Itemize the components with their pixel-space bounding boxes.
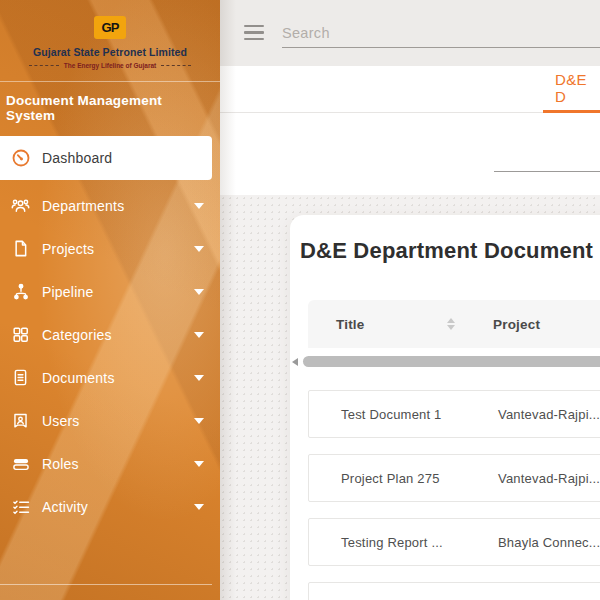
table-row[interactable]: Project Plan 275 Vantevad-Rajpi... (308, 454, 600, 502)
sidebar-item-departments[interactable]: Departments (0, 184, 220, 227)
table-body: Test Document 1 Vantevad-Rajpi... Projec… (308, 390, 600, 600)
cell-title: Testing Report ... (309, 535, 466, 550)
chevron-down-icon (194, 246, 204, 252)
sidebar-divider-bottom (0, 584, 212, 585)
sidebar-item-label: Documents (42, 370, 115, 386)
people-icon (10, 195, 31, 216)
user-badge-icon (10, 410, 31, 431)
app-title: Document Management System (0, 82, 220, 136)
table-filter-input[interactable] (494, 143, 600, 172)
sidebar-item-label: Pipeline (42, 284, 93, 300)
checklist-icon (10, 496, 31, 517)
topbar (220, 0, 600, 66)
column-label: Project (493, 317, 540, 332)
cell-title: Project Plan 275 (309, 471, 466, 486)
tagline-dash-right (161, 65, 191, 66)
sort-icon[interactable] (447, 318, 455, 330)
column-header-project: Project (465, 317, 600, 332)
chevron-down-icon (194, 504, 204, 510)
card-title: D&E Department Document (300, 238, 600, 264)
table-row[interactable]: Testing Report ... Bhayla Connec... (308, 518, 600, 566)
sidebar-nav: Dashboard Departments Projects Pipeline (0, 136, 220, 528)
company-tagline: The Energy Lifeline of Gujarat (64, 62, 156, 69)
chevron-down-icon (194, 332, 204, 338)
pipeline-icon (10, 281, 31, 302)
logo-monogram: GP (102, 20, 119, 35)
chevron-down-icon (194, 461, 204, 467)
document-icon (10, 367, 31, 388)
sidebar-item-label: Dashboard (42, 150, 112, 166)
gauge-icon (10, 148, 31, 169)
horizontal-scrollbar (292, 355, 600, 368)
company-name: Gujarat State Petronet Limited (6, 46, 214, 58)
documents-card: D&E Department Document Title Project Te… (290, 215, 600, 600)
cell-title: Test Document 1 (309, 407, 466, 422)
main-content: D&E D D&E Department Document Title Proj… (220, 0, 600, 600)
sidebar-item-label: Projects (42, 241, 94, 257)
tab-bar: D&E D (220, 66, 600, 113)
chevron-down-icon (194, 418, 204, 424)
sidebar-item-documents[interactable]: Documents (0, 356, 220, 399)
chevron-down-icon (194, 203, 204, 209)
sidebar: GP Gujarat State Petronet Limited The En… (0, 0, 220, 600)
cell-project: Vantevad-Rajpi... (466, 471, 600, 486)
sidebar-item-label: Activity (42, 499, 88, 515)
layers-icon (10, 453, 31, 474)
sidebar-item-users[interactable]: Users (0, 399, 220, 442)
sidebar-item-projects[interactable]: Projects (0, 227, 220, 270)
sidebar-item-pipeline[interactable]: Pipeline (0, 270, 220, 313)
sidebar-item-label: Users (42, 413, 80, 429)
sidebar-item-label: Departments (42, 198, 124, 214)
grid-icon (10, 324, 31, 345)
cell-project: Vantevad-Rajpi... (466, 407, 600, 422)
sidebar-item-activity[interactable]: Activity (0, 485, 220, 528)
chevron-down-icon (194, 289, 204, 295)
company-tagline-row: The Energy Lifeline of Gujarat (6, 62, 214, 69)
brand-header: GP Gujarat State Petronet Limited The En… (0, 0, 220, 81)
sidebar-item-dashboard[interactable]: Dashboard (0, 136, 212, 180)
table-row[interactable] (308, 582, 600, 600)
sidebar-item-categories[interactable]: Categories (0, 313, 220, 356)
sidebar-item-label: Categories (42, 327, 112, 343)
toolbar-strip (220, 113, 600, 195)
column-header-title: Title (308, 317, 465, 332)
company-logo: GP (94, 16, 126, 39)
table-header: Title Project (308, 300, 600, 348)
hamburger-menu-icon[interactable] (244, 25, 264, 40)
tagline-dash-left (29, 65, 59, 66)
chevron-down-icon (194, 375, 204, 381)
tab-de-department[interactable]: D&E D (543, 66, 600, 113)
search-input[interactable] (282, 18, 600, 48)
column-label: Title (336, 317, 365, 332)
file-icon (10, 238, 31, 259)
page-background: D&E Department Document Title Project Te… (220, 195, 600, 600)
sidebar-item-label: Roles (42, 456, 79, 472)
sidebar-item-roles[interactable]: Roles (0, 442, 220, 485)
cell-project: Bhayla Connec... (466, 535, 600, 550)
scrollbar-thumb[interactable] (303, 356, 600, 367)
table-row[interactable]: Test Document 1 Vantevad-Rajpi... (308, 390, 600, 438)
scroll-left-arrow-icon[interactable] (292, 358, 298, 366)
